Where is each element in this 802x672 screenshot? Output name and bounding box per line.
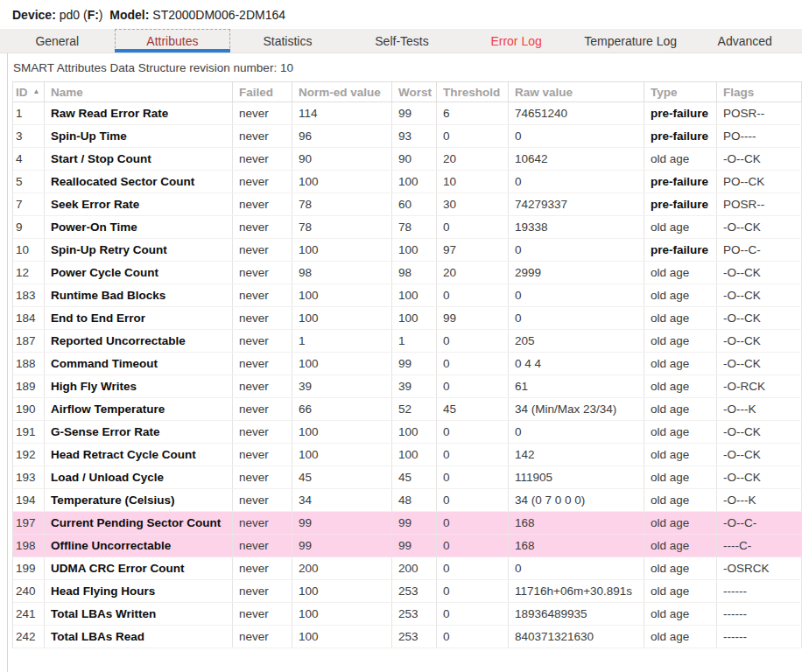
cell-raw: 205 <box>509 330 644 352</box>
cell-name: Command Timeout <box>45 353 233 374</box>
table-row[interactable]: 12Power Cycle Countnever9898202999old ag… <box>13 262 802 284</box>
cell-failed: never <box>233 330 292 352</box>
cell-value: 100 <box>292 171 392 192</box>
cell-threshold: 0 <box>437 489 509 511</box>
cell-worst: 99 <box>392 512 437 534</box>
table-row[interactable]: 193Load / Unload Cyclenever45450111905ol… <box>13 466 802 489</box>
table-row[interactable]: 189High Fly Writesnever3939061old age-O-… <box>13 375 802 398</box>
cell-raw: 142 <box>509 444 644 466</box>
cell-threshold: 0 <box>437 466 509 488</box>
cell-name: Airflow Temperature <box>45 398 233 420</box>
cell-threshold: 0 <box>437 512 509 534</box>
cell-worst: 48 <box>392 489 437 511</box>
table-row[interactable]: 190Airflow Temperaturenever66524534 (Min… <box>13 398 802 421</box>
table-row[interactable]: 197Current Pending Sector Countnever9999… <box>13 512 802 535</box>
column-header-name[interactable]: Name <box>45 82 233 102</box>
table-row[interactable]: 183Runtime Bad Blocksnever10010000old ag… <box>13 284 802 307</box>
tab-statistics[interactable]: Statistics <box>230 29 345 52</box>
table-row[interactable]: 194Temperature (Celsius)never3448034 (0 … <box>13 489 802 512</box>
table-row[interactable]: 184End to End Errornever100100990old age… <box>13 307 802 330</box>
table-row[interactable]: 198Offline Uncorrectablenever99990168old… <box>13 535 802 557</box>
smart-revision-text: SMART Attributes Data Structure revision… <box>12 53 802 81</box>
tab-self-tests[interactable]: Self-Tests <box>345 29 460 52</box>
cell-raw: 0 <box>509 421 644 443</box>
cell-worst: 100 <box>392 421 437 443</box>
cell-value: 45 <box>292 466 392 488</box>
table-row[interactable]: 187Reported Uncorrectablenever110205old … <box>13 330 802 353</box>
device-value-close: ) <box>99 8 109 22</box>
cell-failed: never <box>233 444 292 466</box>
column-header-failed[interactable]: Failed <box>233 82 292 102</box>
cell-value: 90 <box>292 148 392 170</box>
column-header-normed-value[interactable]: Norm-ed value <box>292 82 392 102</box>
column-header-type[interactable]: Type <box>644 82 717 102</box>
table-row[interactable]: 4Start / Stop Countnever90902010642old a… <box>13 148 802 171</box>
cell-id: 198 <box>13 535 45 556</box>
table-row[interactable]: 191G-Sense Error Ratenever10010000old ag… <box>13 421 802 444</box>
column-header-flags[interactable]: Flags <box>717 82 802 102</box>
column-header-raw-value[interactable]: Raw value <box>509 82 644 102</box>
cell-worst: 99 <box>392 535 437 556</box>
tab-temperature-log[interactable]: Temperature Log <box>573 29 688 52</box>
model-value: ST2000DM006-2DM164 <box>149 8 285 22</box>
cell-type: old age <box>644 421 717 443</box>
cell-value: 200 <box>292 557 392 579</box>
cell-flags: -O--CK <box>717 444 802 466</box>
cell-failed: never <box>233 216 292 238</box>
table-row[interactable]: 5Reallocated Sector Countnever100100100p… <box>13 171 802 193</box>
cell-id: 188 <box>13 353 45 374</box>
column-header-id[interactable]: ID ▲ <box>13 82 45 102</box>
table-row[interactable]: 188Command Timeoutnever1009900 4 4old ag… <box>13 353 802 375</box>
table-row[interactable]: 3Spin-Up Timenever969300pre-failurePO---… <box>13 125 802 148</box>
cell-flags: -O--CK <box>717 148 802 170</box>
cell-type: old age <box>644 489 717 511</box>
cell-worst: 45 <box>392 466 437 488</box>
column-header-threshold[interactable]: Threshold <box>437 82 509 102</box>
tab-advanced[interactable]: Advanced <box>687 29 802 52</box>
cell-name: G-Sense Error Rate <box>45 421 233 443</box>
cell-value: 100 <box>292 353 392 374</box>
cell-threshold: 97 <box>437 239 509 261</box>
cell-threshold: 0 <box>437 444 509 466</box>
tab-attributes[interactable]: Attributes <box>115 29 231 52</box>
cell-id: 3 <box>13 125 45 147</box>
cell-name: Reallocated Sector Count <box>45 171 233 192</box>
cell-threshold: 0 <box>437 125 509 147</box>
cell-worst: 39 <box>392 375 437 397</box>
table-row[interactable]: 192Head Retract Cycle Countnever10010001… <box>13 444 802 466</box>
cell-failed: never <box>233 421 292 443</box>
cell-failed: never <box>233 512 292 534</box>
table-row[interactable]: 10Spin-Up Retry Countnever100100970pre-f… <box>13 239 802 262</box>
cell-id: 183 <box>13 284 45 306</box>
cell-type: old age <box>644 512 717 534</box>
tab-error-log[interactable]: Error Log <box>459 29 573 52</box>
cell-worst: 98 <box>392 262 437 284</box>
cell-id: 10 <box>13 239 45 261</box>
cell-type: old age <box>644 148 717 170</box>
cell-failed: never <box>233 171 292 192</box>
column-header-worst[interactable]: Worst <box>392 82 437 102</box>
cell-id: 242 <box>13 626 45 648</box>
cell-name: Power-On Time <box>45 216 233 238</box>
tab-general[interactable]: General <box>0 29 115 52</box>
cell-failed: never <box>233 284 292 306</box>
table-row[interactable]: 1Raw Read Error Ratenever11499674651240p… <box>13 102 802 125</box>
table-row[interactable]: 241Total LBAs Writtennever10025301893648… <box>13 603 802 626</box>
table-row[interactable]: 9Power-On Timenever7878019338old age-O--… <box>13 216 802 239</box>
cell-flags: -O--CK <box>717 353 802 374</box>
table-row[interactable]: 7Seek Error Ratenever78603074279337pre-f… <box>13 193 802 216</box>
table-row[interactable]: 242Total LBAs Readnever10025308403713216… <box>13 626 802 648</box>
cell-worst: 200 <box>392 557 437 579</box>
cell-value: 100 <box>292 239 392 261</box>
cell-name: End to End Error <box>45 307 233 329</box>
cell-value: 78 <box>292 216 392 238</box>
cell-value: 98 <box>292 262 392 284</box>
table-row[interactable]: 240Head Flying Hoursnever100253011716h+0… <box>13 580 802 603</box>
tab-bar: General Attributes Statistics Self-Tests… <box>0 29 802 53</box>
cell-flags: -O--CK <box>717 307 802 329</box>
cell-raw: 19338 <box>509 216 644 238</box>
cell-type: old age <box>644 466 717 488</box>
cell-raw: 74279337 <box>509 193 644 215</box>
cell-threshold: 0 <box>437 557 509 579</box>
table-row[interactable]: 199UDMA CRC Error Countnever20020000old … <box>13 557 802 580</box>
